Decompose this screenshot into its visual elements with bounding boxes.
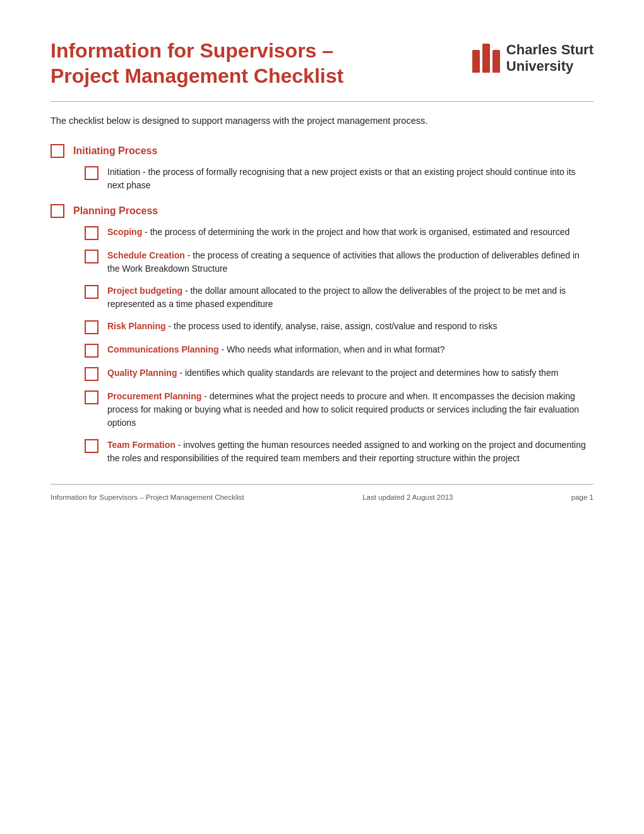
risk-planning-checkbox[interactable] bbox=[85, 320, 98, 334]
procurement-planning-checkbox[interactable] bbox=[85, 390, 98, 404]
initiation-checkbox[interactable] bbox=[85, 166, 98, 180]
logo-bar-2 bbox=[482, 44, 490, 73]
initiation-text: Initiation - the process of formally rec… bbox=[107, 166, 593, 192]
scoping-checkbox[interactable] bbox=[85, 226, 98, 240]
list-item: Team Formation - involves getting the hu… bbox=[85, 438, 593, 465]
logo-text: Charles Sturt University bbox=[506, 42, 593, 75]
initiating-process-items: Initiation - the process of formally rec… bbox=[85, 166, 593, 192]
planning-process-header: Planning Process bbox=[51, 203, 593, 218]
logo-bar-1 bbox=[472, 50, 480, 73]
list-item: Schedule Creation - the process of creat… bbox=[85, 249, 593, 275]
list-item: Project budgeting - the dollar amount al… bbox=[85, 284, 593, 311]
planning-process-title: Planning Process bbox=[73, 205, 158, 217]
university-logo: Charles Sturt University bbox=[472, 42, 593, 75]
communications-planning-checkbox[interactable] bbox=[85, 344, 98, 358]
list-item: Initiation - the process of formally rec… bbox=[85, 166, 593, 192]
page-footer: Information for Supervisors – Project Ma… bbox=[51, 493, 593, 501]
planning-process-checkbox[interactable] bbox=[51, 204, 64, 218]
initiating-process-header: Initiating Process bbox=[51, 143, 593, 158]
schedule-creation-checkbox[interactable] bbox=[85, 250, 98, 263]
intro-text: The checklist below is designed to suppo… bbox=[51, 116, 593, 126]
risk-planning-text: Risk Planning - the process used to iden… bbox=[107, 320, 593, 333]
communications-planning-text: Communications Planning - Who needs what… bbox=[107, 343, 593, 356]
quality-planning-checkbox[interactable] bbox=[85, 367, 98, 381]
footer-center: Last updated 2 August 2013 bbox=[362, 493, 453, 501]
footer-divider bbox=[51, 484, 593, 485]
procurement-planning-text: Procurement Planning - determines what t… bbox=[107, 390, 593, 430]
schedule-creation-text: Schedule Creation - the process of creat… bbox=[107, 249, 593, 275]
logo-bar-3 bbox=[492, 50, 500, 73]
list-item: Risk Planning - the process used to iden… bbox=[85, 320, 593, 334]
header-divider bbox=[51, 101, 593, 102]
quality-planning-text: Quality Planning - identifies which qual… bbox=[107, 366, 593, 380]
page-header: Information for Supervisors – Project Ma… bbox=[51, 38, 593, 88]
initiating-process-section: Initiating Process Initiation - the proc… bbox=[51, 143, 593, 192]
planning-process-items: Scoping - the process of determining the… bbox=[85, 226, 593, 465]
initiating-process-title: Initiating Process bbox=[73, 145, 157, 157]
list-item: Quality Planning - identifies which qual… bbox=[85, 366, 593, 381]
team-formation-text: Team Formation - involves getting the hu… bbox=[107, 438, 593, 465]
initiating-process-checkbox[interactable] bbox=[51, 144, 64, 158]
footer-left: Information for Supervisors – Project Ma… bbox=[51, 493, 244, 501]
project-budgeting-text: Project budgeting - the dollar amount al… bbox=[107, 284, 593, 311]
planning-process-section: Planning Process Scoping - the process o… bbox=[51, 203, 593, 465]
footer-right: page 1 bbox=[571, 493, 593, 501]
project-budgeting-checkbox[interactable] bbox=[85, 285, 98, 299]
team-formation-checkbox[interactable] bbox=[85, 439, 98, 453]
list-item: Procurement Planning - determines what t… bbox=[85, 390, 593, 430]
page-title: Information for Supervisors – Project Ma… bbox=[51, 38, 404, 88]
list-item: Scoping - the process of determining the… bbox=[85, 226, 593, 240]
logo-icon bbox=[472, 44, 500, 73]
list-item: Communications Planning - Who needs what… bbox=[85, 343, 593, 358]
scoping-text: Scoping - the process of determining the… bbox=[107, 226, 593, 239]
